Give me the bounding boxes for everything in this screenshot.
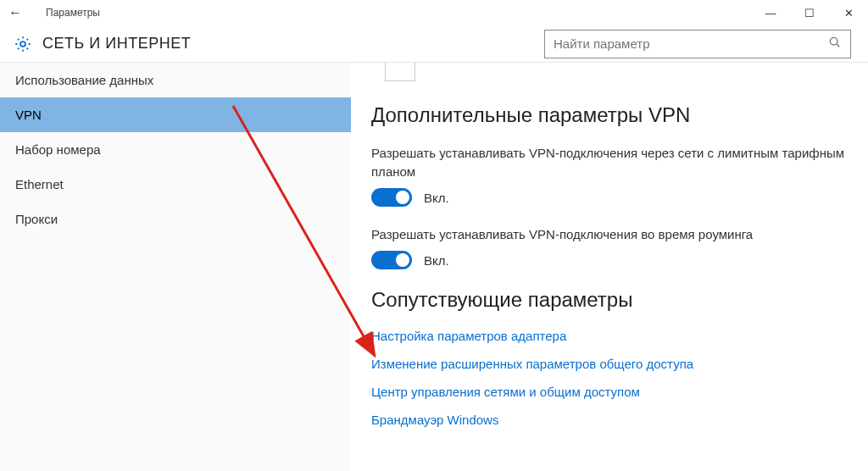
toggle-metered-state: Вкл. [424,191,449,205]
search-icon [828,36,842,53]
setting-metered-label: Разрешать устанавливать VPN-подключения … [371,144,854,181]
toggle-metered[interactable] [371,188,412,207]
related-section: Сопутствующие параметры Настройка параме… [371,288,854,427]
titlebar: ← Параметры [0,0,868,25]
search-input[interactable] [554,30,842,58]
minimize-button[interactable]: — [751,0,790,25]
link-windows-firewall[interactable]: Брандмауэр Windows [371,413,854,427]
sidebar-item-data-usage[interactable]: Использование данных [0,63,351,97]
svg-point-0 [20,42,25,47]
toggle-roaming[interactable] [371,251,412,269]
back-button[interactable]: ← [8,5,29,20]
close-button[interactable]: ✕ [829,0,868,25]
link-advanced-sharing[interactable]: Изменение расширенных параметров общего … [371,357,854,371]
maximize-button[interactable]: ☐ [790,0,829,25]
setting-roaming: Разрешать устанавливать VPN-подключения … [371,225,854,269]
svg-point-1 [830,37,837,45]
window-title: Параметры [29,7,100,19]
sidebar-item-vpn[interactable]: VPN [0,97,351,132]
toggle-roaming-state: Вкл. [424,253,449,268]
search-box[interactable] [544,30,851,58]
section-title: СЕТЬ И ИНТЕРНЕТ [37,35,544,53]
link-network-control[interactable]: Центр управления сетями и общим доступом [371,385,854,399]
setting-roaming-label: Разрешать устанавливать VPN-подключения … [371,225,854,244]
sidebar: Использование данных VPN Набор номера Et… [0,63,351,471]
svg-line-2 [837,44,839,47]
link-adapter-settings[interactable]: Настройка параметров адаптера [371,329,854,343]
sidebar-item-dialup[interactable]: Набор номера [0,132,351,167]
window-controls: — ☐ ✕ [751,0,868,25]
content: Дополнительные параметры VPN Разрешать у… [351,63,868,471]
related-heading: Сопутствующие параметры [371,288,854,312]
sidebar-item-proxy[interactable]: Прокси [0,202,351,236]
gear-icon[interactable] [8,35,37,53]
setting-metered: Разрешать устанавливать VPN-подключения … [371,144,854,207]
advanced-vpn-heading: Дополнительные параметры VPN [371,103,854,127]
sidebar-item-ethernet[interactable]: Ethernet [0,167,351,202]
scroll-stub [385,63,415,81]
header: СЕТЬ И ИНТЕРНЕТ [0,25,868,63]
